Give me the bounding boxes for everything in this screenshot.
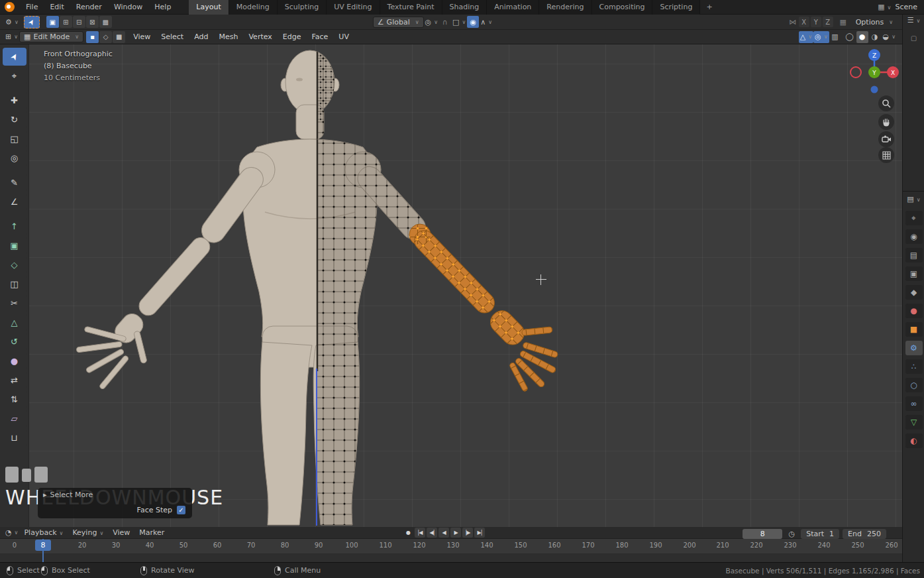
- navigation-gizmo[interactable]: Z Y X: [845, 47, 902, 107]
- viewport-editor-type-icon[interactable]: ⊞: [4, 31, 19, 43]
- menu-add[interactable]: Add: [189, 32, 213, 41]
- tool-poly-build[interactable]: △: [3, 314, 26, 331]
- tab-compositing[interactable]: Compositing: [592, 0, 653, 15]
- tool-select-box[interactable]: ➤: [3, 48, 26, 66]
- active-tool-button[interactable]: ➤: [24, 16, 40, 29]
- menu-render[interactable]: Render: [70, 0, 108, 15]
- menu-window[interactable]: Window: [108, 0, 148, 15]
- menu-file[interactable]: File: [20, 0, 44, 15]
- playback-sync-icon[interactable]: ◷: [786, 528, 797, 540]
- zoom-tool-icon[interactable]: [878, 95, 894, 111]
- gizmo-minus-z-axis[interactable]: [871, 86, 878, 93]
- select-mode-extend[interactable]: ⊞: [60, 16, 72, 28]
- menu-uv[interactable]: UV: [333, 32, 354, 41]
- tool-spin[interactable]: ↺: [3, 333, 26, 351]
- scene-selector[interactable]: Scene: [895, 3, 917, 11]
- tool-annotate[interactable]: ✎: [3, 174, 26, 192]
- jump-to-start-button[interactable]: |◀: [415, 528, 425, 538]
- select-mode-invert[interactable]: ⊠: [86, 16, 99, 28]
- prev-keyframe-button[interactable]: ◀|: [427, 528, 437, 538]
- properties-editor-icon[interactable]: ▤: [903, 195, 924, 203]
- gizmo-x-axis[interactable]: X: [891, 70, 895, 76]
- tab-particles[interactable]: ∴: [905, 359, 923, 374]
- tab-animation[interactable]: Animation: [487, 0, 539, 15]
- outliner-object-icon[interactable]: ▢: [903, 34, 924, 42]
- timeline-ruler[interactable]: 0 20 30 40 50 60 70 80 90 100 110 120 13…: [0, 539, 902, 554]
- xray-toggle[interactable]: ▥: [829, 31, 841, 43]
- select-mode-subtract[interactable]: ⊟: [73, 16, 85, 28]
- tab-view-layer[interactable]: ▣: [905, 266, 923, 281]
- shading-rendered-button[interactable]: ◒: [882, 31, 897, 43]
- shading-material-button[interactable]: ◑: [869, 31, 881, 43]
- select-mode-intersect[interactable]: ▩: [99, 16, 112, 28]
- menu-timeline-view[interactable]: View: [108, 528, 134, 537]
- tab-tool[interactable]: ⌖: [905, 211, 923, 225]
- tab-object-data[interactable]: ▽: [905, 415, 923, 430]
- tab-layout[interactable]: Layout: [189, 0, 229, 15]
- gizmo-y-axis[interactable]: Y: [872, 70, 876, 76]
- gizmos-dropdown[interactable]: △: [799, 31, 813, 43]
- overlays-dropdown[interactable]: ◎: [813, 31, 829, 43]
- select-mode-new[interactable]: ▣: [46, 16, 59, 28]
- timeline-channels[interactable]: [0, 554, 902, 562]
- shading-solid-button[interactable]: ●: [856, 31, 868, 43]
- tool-measure[interactable]: ∠: [3, 193, 26, 211]
- frame-start-field[interactable]: Start1: [801, 529, 839, 539]
- tool-loop-cut[interactable]: ◫: [3, 275, 26, 293]
- tool-edge-slide[interactable]: ⇄: [3, 371, 26, 389]
- proportional-falloff-dropdown[interactable]: ∧: [479, 16, 493, 28]
- tab-scripting[interactable]: Scripting: [652, 0, 700, 15]
- play-reverse-button[interactable]: ◀: [438, 528, 449, 538]
- tab-scene[interactable]: ◆: [905, 285, 923, 300]
- operator-panel[interactable]: ▸ Select More Face Step ✓: [38, 488, 192, 518]
- pivot-point-dropdown[interactable]: ◎: [424, 16, 439, 28]
- menu-keying[interactable]: Keying: [68, 528, 108, 537]
- tool-knife[interactable]: ✂: [3, 294, 26, 312]
- transform-orientation-dropdown[interactable]: ∠ Global: [373, 17, 424, 28]
- add-workspace-button[interactable]: +: [700, 0, 718, 15]
- face-select-button[interactable]: ■: [113, 31, 125, 43]
- menu-edge[interactable]: Edge: [278, 32, 307, 41]
- mirror-x-button[interactable]: X: [799, 17, 809, 27]
- viewport-canvas[interactable]: Front Orthographic (8) Basecube 10 Centi…: [29, 44, 902, 527]
- menu-view[interactable]: View: [128, 32, 156, 41]
- snap-magnet-icon[interactable]: ∩: [439, 16, 451, 28]
- next-keyframe-button[interactable]: |▶: [462, 528, 473, 538]
- tab-material[interactable]: ◐: [905, 434, 923, 448]
- current-frame-field[interactable]: 8: [743, 529, 782, 539]
- outliner-editor-icon[interactable]: ☰: [903, 16, 924, 25]
- tab-sculpting[interactable]: Sculpting: [278, 0, 327, 15]
- gizmo-minus-x-axis[interactable]: [850, 67, 861, 78]
- tool-settings-editor-icon[interactable]: ⚙: [4, 16, 20, 28]
- menu-help[interactable]: Help: [148, 0, 177, 15]
- tool-smooth[interactable]: ●: [3, 352, 26, 370]
- vertex-select-button[interactable]: ▪: [86, 31, 99, 43]
- tab-texture-paint[interactable]: Texture Paint: [380, 0, 442, 15]
- tool-move[interactable]: ✚: [3, 91, 26, 109]
- record-button[interactable]: ●: [403, 528, 413, 538]
- tab-uv-editing[interactable]: UV Editing: [327, 0, 380, 15]
- viewport-3d[interactable]: ➤ ⌖ ✚ ↻ ◱ ◎ ✎ ∠ ↑ ▣ ◇ ◫ ✂ △ ↺ ● ⇄ ⇅ ▱ ⊔: [0, 44, 902, 527]
- tool-rip-region[interactable]: ⊔: [3, 429, 26, 447]
- timeline-editor-type-icon[interactable]: ◔: [4, 527, 19, 539]
- menu-vertex[interactable]: Vertex: [243, 32, 277, 41]
- proportional-editing-toggle[interactable]: ◉: [467, 16, 479, 28]
- tool-cursor[interactable]: ⌖: [3, 67, 26, 85]
- mirror-y-button[interactable]: Y: [811, 17, 821, 27]
- menu-edit[interactable]: Edit: [44, 0, 70, 15]
- tool-scale[interactable]: ◱: [3, 130, 26, 148]
- tab-constraints[interactable]: ∞: [905, 396, 923, 411]
- edge-select-button[interactable]: ◇: [99, 31, 112, 43]
- tab-render[interactable]: ◉: [905, 229, 923, 244]
- blender-logo-icon[interactable]: [5, 2, 15, 12]
- tab-output[interactable]: ▤: [905, 248, 923, 262]
- snap-target-dropdown[interactable]: □: [451, 16, 467, 28]
- jump-to-end-button[interactable]: ▶|: [474, 528, 485, 538]
- snap-grid-icon[interactable]: ▦: [837, 16, 849, 28]
- tab-object[interactable]: ■: [905, 322, 923, 337]
- tab-world[interactable]: ●: [905, 304, 923, 318]
- shading-wireframe-button[interactable]: ◯: [844, 31, 856, 43]
- orthographic-grid-icon[interactable]: [878, 147, 894, 163]
- face-step-checkbox[interactable]: ✓: [177, 506, 185, 514]
- tool-shrink-fatten[interactable]: ⇅: [3, 390, 26, 408]
